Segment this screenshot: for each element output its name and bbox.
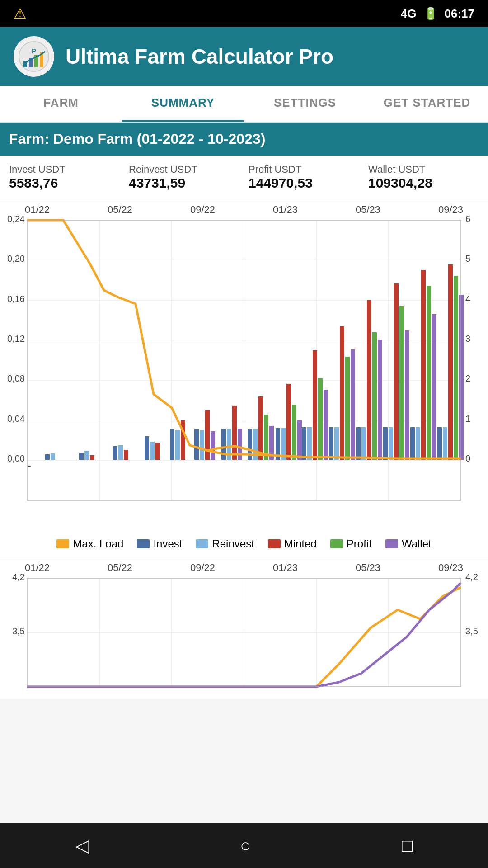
stat-invest: Invest USDT 5583,76 — [5, 164, 124, 191]
tab-get-started[interactable]: GET STARTED — [366, 86, 488, 122]
tab-summary[interactable]: SUMMARY — [122, 86, 244, 122]
x-label-1: 05/22 — [108, 204, 132, 216]
back-button[interactable]: ◁ — [57, 830, 108, 860]
svg-rect-39 — [90, 455, 94, 460]
svg-text:0: 0 — [465, 453, 470, 463]
chart2-x-1: 05/22 — [108, 562, 132, 574]
svg-rect-89 — [421, 270, 426, 460]
legend-label-minted: Minted — [284, 538, 317, 550]
svg-rect-43 — [145, 436, 149, 460]
main-chart-container: 01/22 05/22 09/22 01/23 05/23 09/23 — [0, 199, 488, 531]
farm-header: Farm: Demo Farm (01-2022 - 10-2023) — [0, 123, 488, 156]
chart2-x-4: 05/23 — [356, 562, 380, 574]
legend-color-wallet — [385, 539, 398, 548]
app-header: P Ultima Farm Calculator Pro — [0, 27, 488, 86]
chart2-x-3: 01/23 — [273, 562, 298, 574]
svg-text:0,08: 0,08 — [7, 373, 25, 383]
svg-text:-: - — [28, 461, 31, 471]
svg-rect-80 — [372, 332, 377, 460]
chart-legend: Max. Load Invest Reinvest Minted Profit … — [0, 531, 488, 557]
warning-icon: ⚠ — [14, 5, 27, 22]
bottom-chart-container: 01/22 05/22 09/22 01/23 05/23 09/23 4,2 … — [0, 557, 488, 699]
x-label-3: 01/23 — [273, 204, 298, 216]
svg-rect-67 — [302, 427, 306, 460]
svg-text:0,20: 0,20 — [7, 254, 25, 264]
bottom-chart-svg: 4,2 3,5 4,2 3,5 — [0, 574, 488, 691]
legend-wallet: Wallet — [385, 538, 432, 550]
stat-reinvest-label: Reinvest USDT — [129, 164, 239, 175]
svg-text:0,16: 0,16 — [7, 294, 25, 304]
svg-rect-52 — [211, 431, 215, 460]
stat-wallet: Wallet USDT 109304,28 — [364, 164, 483, 191]
svg-rect-49 — [194, 429, 199, 460]
svg-text:3,5: 3,5 — [12, 626, 25, 636]
svg-rect-59 — [258, 396, 263, 460]
svg-rect-50 — [200, 430, 204, 460]
svg-rect-74 — [340, 326, 344, 460]
legend-minted: Minted — [268, 538, 317, 550]
chart2-x-labels: 01/22 05/22 09/22 01/23 05/23 09/23 — [0, 562, 488, 574]
svg-rect-81 — [378, 340, 382, 460]
svg-rect-76 — [351, 349, 355, 460]
svg-rect-44 — [150, 442, 155, 460]
svg-text:1: 1 — [465, 414, 470, 424]
recent-button[interactable]: □ — [384, 831, 431, 860]
svg-rect-93 — [443, 427, 447, 460]
svg-text:0,12: 0,12 — [7, 334, 25, 344]
x-label-2: 09/22 — [190, 204, 215, 216]
legend-color-invest — [137, 539, 150, 548]
legend-label-wallet: Wallet — [402, 538, 432, 550]
svg-rect-83 — [389, 427, 393, 460]
main-chart-svg-wrapper: 0,24 0,20 0,16 0,12 0,08 0,04 0,00 6 5 4… — [0, 216, 488, 526]
stat-reinvest: Reinvest USDT 43731,59 — [124, 164, 244, 191]
svg-rect-91 — [432, 314, 436, 460]
svg-text:6: 6 — [465, 216, 470, 224]
svg-rect-46 — [170, 429, 174, 460]
legend-profit: Profit — [330, 538, 372, 550]
signal-indicator: 4G — [401, 7, 417, 21]
svg-rect-42 — [124, 450, 128, 460]
tab-settings[interactable]: SETTINGS — [244, 86, 366, 122]
legend-color-reinvest — [196, 539, 208, 548]
svg-text:3: 3 — [465, 334, 470, 344]
tab-farm[interactable]: FARM — [0, 86, 122, 122]
home-button[interactable]: ○ — [222, 831, 269, 860]
svg-rect-66 — [297, 420, 302, 460]
stat-wallet-label: Wallet USDT — [368, 164, 479, 175]
svg-text:4,2: 4,2 — [12, 574, 25, 582]
svg-rect-85 — [399, 306, 404, 460]
svg-rect-95 — [454, 276, 458, 460]
svg-rect-55 — [232, 406, 237, 460]
legend-color-minted — [268, 539, 281, 548]
svg-rect-70 — [318, 378, 323, 460]
svg-rect-35 — [45, 454, 50, 460]
svg-rect-47 — [175, 430, 180, 460]
legend-color-profit — [330, 539, 343, 548]
stat-profit: Profit USDT 144970,53 — [244, 164, 364, 191]
stat-reinvest-value: 43731,59 — [129, 175, 239, 191]
svg-rect-36 — [51, 453, 55, 460]
svg-text:3,5: 3,5 — [465, 626, 478, 636]
chart2-x-2: 09/22 — [190, 562, 215, 574]
svg-rect-82 — [383, 427, 388, 460]
svg-rect-73 — [334, 427, 339, 460]
legend-reinvest: Reinvest — [196, 538, 254, 550]
legend-label-maxload: Max. Load — [73, 538, 123, 550]
stat-invest-value: 5583,76 — [9, 175, 120, 191]
svg-rect-96 — [459, 295, 464, 460]
svg-rect-41 — [118, 445, 123, 460]
time-display: 06:17 — [445, 7, 475, 21]
svg-rect-38 — [84, 451, 89, 460]
battery-icon: 🔋 — [423, 7, 438, 21]
svg-rect-51 — [205, 410, 210, 460]
svg-rect-69 — [313, 350, 317, 460]
chart2-x-0: 01/22 — [25, 562, 50, 574]
svg-rect-40 — [113, 446, 117, 460]
svg-rect-45 — [155, 443, 160, 460]
svg-text:0,00: 0,00 — [7, 453, 25, 463]
svg-text:P: P — [32, 47, 36, 55]
stat-wallet-value: 109304,28 — [368, 175, 479, 191]
tabs-bar: FARM SUMMARY SETTINGS GET STARTED — [0, 86, 488, 123]
legend-maxload: Max. Load — [56, 538, 123, 550]
x-label-0: 01/22 — [25, 204, 50, 216]
